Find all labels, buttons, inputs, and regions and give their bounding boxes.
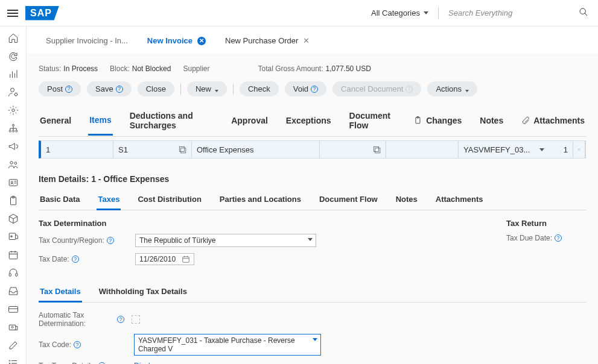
svg-point-11 (12, 130, 14, 132)
subtab-attachments[interactable]: Attachments (434, 190, 485, 210)
svg-rect-41 (375, 148, 380, 153)
value-help-icon[interactable] (178, 145, 186, 154)
subtab-parties-locations[interactable]: Parties and Locations (218, 190, 302, 210)
value-help-icon[interactable] (372, 145, 381, 154)
action-buttons: Post? Save? Close New Check Void? Cancel… (39, 81, 586, 105)
tab-new-invoice[interactable]: New Invoice ✕ (140, 33, 213, 49)
tax-date-label: Tax Date:? (39, 255, 135, 263)
item-row[interactable]: 1 S1 Office Expenses YASVMFEFY_03... 1 (39, 140, 586, 158)
tab-document-flow[interactable]: Document Flow (348, 106, 398, 135)
tax-code-select[interactable]: YASVMFEFY_031 - Taxable Purchase - Rever… (134, 334, 321, 356)
menu-icon[interactable] (7, 10, 18, 17)
svg-rect-24 (9, 274, 11, 277)
org-icon[interactable] (7, 123, 19, 134)
gear-icon[interactable] (7, 105, 19, 116)
svg-rect-38 (179, 146, 184, 151)
svg-rect-20 (9, 252, 17, 259)
subtab-cost-distribution[interactable]: Cost Distribution (136, 190, 202, 210)
sidebar (0, 27, 27, 364)
chevron-down-icon[interactable] (539, 148, 544, 151)
subtab-basic-data[interactable]: Basic Data (39, 190, 81, 210)
subtab-document-flow[interactable]: Document Flow (318, 190, 379, 210)
credit-card-icon[interactable] (7, 304, 19, 315)
new-button[interactable]: New (187, 81, 227, 96)
clipboard-icon[interactable] (7, 195, 19, 206)
tab-general[interactable]: General (39, 106, 72, 135)
svg-point-9 (12, 124, 14, 126)
sap-logo: SAP (25, 6, 59, 20)
tab-items[interactable]: Items (88, 106, 113, 136)
tab-supplier-invoicing[interactable]: Supplier Invoicing - In... (39, 33, 135, 49)
tab-deductions[interactable]: Deductions and Surcharges (129, 106, 214, 135)
people-icon[interactable] (7, 159, 19, 170)
tab-withholding[interactable]: Withholding Tax Details (98, 282, 188, 302)
cancel-document-button: Cancel Document? (332, 81, 421, 96)
cell-quantity[interactable]: 1 (549, 141, 573, 158)
tax-trace-display-link[interactable]: Display (134, 362, 157, 364)
transfer-icon[interactable] (7, 231, 19, 242)
actions-button[interactable]: Actions (427, 81, 477, 96)
cell-description[interactable]: Office Expenses (192, 141, 320, 158)
svg-point-13 (10, 162, 13, 165)
search-input[interactable] (446, 6, 591, 20)
edit-icon[interactable] (7, 340, 19, 351)
user-settings-icon[interactable] (7, 87, 19, 98)
subtab-taxes[interactable]: Taxes (97, 190, 121, 210)
calendar-icon[interactable] (7, 249, 19, 260)
save-button[interactable]: Save? (87, 81, 132, 96)
tab-new-purchase-order[interactable]: New Purchase Order ✕ (218, 33, 317, 49)
separator (438, 7, 439, 19)
tab-approval[interactable]: Approval (230, 106, 269, 135)
close-icon[interactable]: ✕ (303, 36, 310, 45)
close-button[interactable]: Close (138, 81, 174, 96)
tax-determination-title: Tax Determination (39, 219, 316, 228)
tax-detail-tabs: Tax Details Withholding Tax Details (39, 282, 586, 303)
void-button[interactable]: Void? (285, 81, 326, 96)
check-button[interactable]: Check (240, 81, 279, 96)
payment-icon[interactable] (7, 322, 19, 333)
calendar-icon[interactable] (182, 255, 190, 263)
analytics-icon[interactable] (7, 69, 19, 80)
home-icon[interactable] (7, 33, 19, 43)
svg-rect-25 (15, 274, 17, 277)
tab-exceptions[interactable]: Exceptions (285, 106, 332, 135)
cell-date-picker[interactable] (573, 141, 585, 158)
auto-tax-checkbox[interactable] (132, 315, 140, 324)
refresh-icon[interactable] (7, 51, 19, 61)
chevron-down-icon (424, 11, 428, 14)
tax-date-input[interactable]: 11/26/2010 (135, 253, 194, 265)
cell-value-help[interactable] (320, 141, 386, 158)
tab-attachments[interactable]: Attachments (520, 106, 586, 135)
subtab-notes[interactable]: Notes (395, 190, 419, 210)
post-button[interactable]: Post? (39, 81, 81, 96)
svg-rect-39 (181, 148, 186, 153)
cell-product-id[interactable]: S1 (113, 141, 192, 158)
tab-changes[interactable]: Changes (413, 106, 463, 135)
svg-point-0 (580, 8, 585, 14)
id-card-icon[interactable] (7, 177, 19, 188)
status-line: Status:In Process Block:Not Blocked Supp… (39, 61, 586, 81)
megaphone-icon[interactable] (7, 141, 19, 152)
list-icon[interactable] (7, 358, 19, 364)
item-details-title: Item Details: 1 - Office Expenses (39, 174, 586, 184)
tax-country-label: Tax Country/Region:? (39, 236, 135, 245)
svg-rect-15 (9, 180, 17, 186)
svg-point-10 (9, 130, 11, 132)
headset-icon[interactable] (7, 268, 19, 278)
svg-point-12 (15, 130, 17, 132)
tab-tax-details[interactable]: Tax Details (39, 282, 82, 303)
help-icon[interactable]: ? (117, 316, 124, 323)
svg-point-33 (9, 360, 10, 362)
tax-trace-label: Tax Trace Details:? (39, 362, 117, 364)
cell-tax-code[interactable]: YASVMFEFY_03... (459, 141, 549, 158)
inbox-icon[interactable] (7, 286, 19, 297)
tab-notes[interactable]: Notes (479, 106, 504, 135)
category-selector[interactable]: All Categories (369, 6, 431, 20)
tax-country-select[interactable]: The Republic of Türkiye (135, 234, 316, 247)
category-label: All Categories (371, 8, 420, 17)
package-icon[interactable] (7, 213, 19, 224)
cell-blank (386, 141, 459, 158)
close-icon[interactable]: ✕ (197, 37, 206, 45)
search-icon[interactable] (579, 7, 588, 19)
invoice-tabs: General Items Deductions and Surcharges … (39, 105, 586, 137)
